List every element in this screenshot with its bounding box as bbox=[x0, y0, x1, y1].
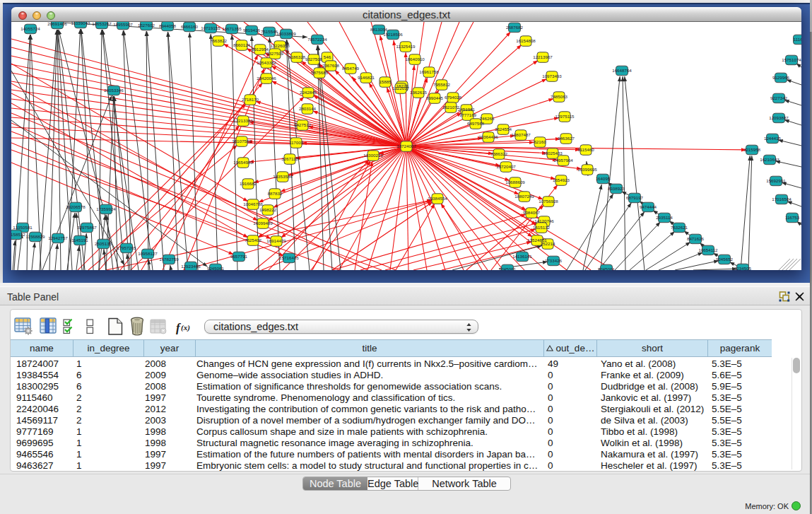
svg-text:32975867: 32975867 bbox=[77, 225, 97, 230]
svg-text:8813054: 8813054 bbox=[370, 27, 388, 32]
svg-text:13300273: 13300273 bbox=[363, 153, 383, 158]
svg-text:19384554: 19384554 bbox=[428, 196, 447, 201]
svg-text:9146821: 9146821 bbox=[358, 75, 375, 80]
svg-text:2505135: 2505135 bbox=[95, 241, 112, 246]
svg-text:13353584: 13353584 bbox=[273, 174, 293, 179]
svg-text:1916682: 1916682 bbox=[240, 181, 257, 186]
svg-text:17957265: 17957265 bbox=[117, 245, 136, 250]
svg-text:9227342: 9227342 bbox=[770, 95, 788, 100]
svg-text:1244415: 1244415 bbox=[764, 136, 782, 141]
svg-text:18724007: 18724007 bbox=[396, 144, 416, 148]
svg-text:39158512: 39158512 bbox=[11, 232, 25, 237]
svg-text:9463627: 9463627 bbox=[558, 136, 575, 141]
svg-text:16033809: 16033809 bbox=[276, 31, 296, 36]
svg-text:9245061: 9245061 bbox=[207, 266, 225, 270]
svg-text:1615132: 1615132 bbox=[533, 225, 551, 230]
svg-text:7955812: 7955812 bbox=[433, 82, 451, 87]
svg-text:14120746: 14120746 bbox=[534, 218, 554, 223]
svg-text:11325419: 11325419 bbox=[396, 44, 416, 49]
svg-text:3215958: 3215958 bbox=[743, 147, 761, 152]
svg-text:13226058: 13226058 bbox=[270, 43, 290, 48]
svg-text:9245061: 9245061 bbox=[499, 267, 517, 270]
svg-text:1145191: 1145191 bbox=[71, 238, 88, 243]
svg-text:12942757: 12942757 bbox=[48, 235, 68, 240]
svg-text:887832: 887832 bbox=[268, 191, 283, 196]
svg-text:164095: 164095 bbox=[596, 176, 611, 181]
svg-text:8990445: 8990445 bbox=[426, 95, 444, 100]
svg-text:6879197: 6879197 bbox=[626, 195, 644, 200]
svg-text:18807249: 18807249 bbox=[514, 194, 534, 199]
svg-text:1527602: 1527602 bbox=[138, 23, 155, 28]
svg-text:10958127: 10958127 bbox=[138, 251, 158, 256]
svg-text:20691406: 20691406 bbox=[47, 22, 67, 26]
svg-text:10719155: 10719155 bbox=[201, 25, 220, 30]
svg-text:11568829: 11568829 bbox=[25, 234, 45, 239]
svg-text:7632621: 7632621 bbox=[671, 225, 688, 230]
svg-text:10399695: 10399695 bbox=[577, 167, 597, 172]
svg-text:9474444: 9474444 bbox=[640, 204, 657, 209]
svg-text:14957964: 14957964 bbox=[553, 158, 573, 163]
svg-text:11161: 11161 bbox=[794, 37, 801, 42]
svg-text:2803144: 2803144 bbox=[299, 106, 317, 111]
svg-text:15751074: 15751074 bbox=[782, 57, 801, 62]
svg-text:10653267: 10653267 bbox=[92, 22, 112, 26]
svg-text:1654923: 1654923 bbox=[553, 177, 570, 182]
svg-text:9129966: 9129966 bbox=[772, 75, 790, 80]
svg-text:16961758: 16961758 bbox=[419, 69, 439, 74]
svg-text:12975115: 12975115 bbox=[555, 114, 575, 119]
svg-text:9084067: 9084067 bbox=[523, 210, 541, 215]
svg-text:8938923: 8938923 bbox=[608, 186, 625, 191]
svg-text:546: 546 bbox=[324, 54, 331, 59]
svg-text:10046788: 10046788 bbox=[243, 201, 263, 206]
svg-text:10973493: 10973493 bbox=[542, 74, 562, 78]
svg-text:2451981: 2451981 bbox=[458, 107, 476, 112]
svg-text:15692991: 15692991 bbox=[766, 178, 786, 183]
svg-text:12923465: 12923465 bbox=[181, 264, 201, 269]
svg-text:19218506: 19218506 bbox=[383, 32, 403, 37]
svg-text:9427512: 9427512 bbox=[294, 122, 312, 127]
svg-text:20206578: 20206578 bbox=[66, 204, 86, 209]
svg-text:23420046: 23420046 bbox=[257, 76, 276, 81]
svg-text:9657791: 9657791 bbox=[230, 254, 248, 259]
svg-text:11039043: 11039043 bbox=[71, 22, 90, 25]
svg-text:16099489: 16099489 bbox=[253, 221, 273, 226]
svg-text:8454749: 8454749 bbox=[342, 66, 360, 71]
svg-text:7625402: 7625402 bbox=[245, 238, 262, 243]
svg-text:7515546: 7515546 bbox=[261, 29, 278, 34]
svg-text:9234505: 9234505 bbox=[734, 266, 752, 270]
svg-text:15885: 15885 bbox=[379, 79, 392, 84]
svg-text:10025433: 10025433 bbox=[543, 151, 563, 156]
svg-text:6794028: 6794028 bbox=[445, 95, 462, 100]
svg-text:12093887: 12093887 bbox=[769, 115, 789, 120]
svg-text:1733426: 1733426 bbox=[545, 258, 563, 263]
svg-text:16914479: 16914479 bbox=[266, 238, 286, 243]
svg-text:1498222: 1498222 bbox=[259, 207, 277, 212]
svg-text:9245061: 9245061 bbox=[598, 267, 616, 270]
svg-text:2242845: 2242845 bbox=[300, 90, 317, 95]
svg-text:13350581: 13350581 bbox=[13, 225, 33, 230]
svg-text:2687682: 2687682 bbox=[506, 25, 524, 30]
svg-text:9115460: 9115460 bbox=[577, 147, 594, 152]
svg-text:3624554: 3624554 bbox=[495, 127, 512, 132]
svg-text:1362615: 1362615 bbox=[410, 90, 428, 95]
svg-text:6466160: 6466160 bbox=[181, 24, 199, 29]
svg-text:18955907: 18955907 bbox=[113, 22, 133, 27]
svg-text:2935114: 2935114 bbox=[656, 215, 673, 220]
svg-text:7485063: 7485063 bbox=[551, 94, 568, 99]
svg-text:15716485: 15716485 bbox=[279, 255, 299, 260]
svg-text:12213363: 12213363 bbox=[233, 118, 253, 123]
svg-text:8471626: 8471626 bbox=[687, 236, 705, 241]
svg-text:16782759: 16782759 bbox=[159, 257, 179, 262]
svg-text:10654112: 10654112 bbox=[698, 247, 718, 252]
svg-text:6497568: 6497568 bbox=[467, 121, 485, 126]
svg-text:7386322: 7386322 bbox=[490, 151, 508, 156]
svg-text:16671355: 16671355 bbox=[222, 26, 242, 31]
svg-text:62160: 62160 bbox=[534, 139, 546, 144]
svg-text:117003: 117003 bbox=[289, 140, 304, 145]
svg-text:(x): (x) bbox=[181, 323, 190, 332]
svg-text:9327508: 9327508 bbox=[305, 57, 323, 62]
svg-text:116753: 116753 bbox=[785, 215, 800, 220]
svg-text:8186328: 8186328 bbox=[288, 54, 306, 59]
svg-text:9245652: 9245652 bbox=[716, 257, 734, 262]
svg-text:14055724: 14055724 bbox=[20, 26, 40, 31]
